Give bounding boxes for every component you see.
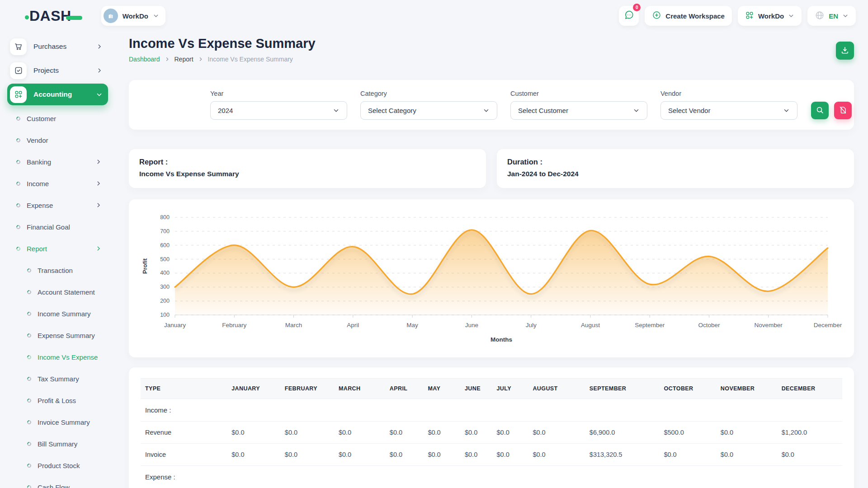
filter-card: Year 2024 Category Select Category Custo… — [129, 80, 854, 130]
svg-text:300: 300 — [160, 284, 170, 290]
table-col-may: MAY — [423, 379, 460, 399]
svg-text:August: August — [581, 322, 600, 328]
svg-text:January: January — [164, 322, 186, 328]
chevron-right-icon — [95, 202, 102, 208]
duration-info-value: Jan-2024 to Dec-2024 — [507, 170, 844, 178]
sidebar-item-projects[interactable]: Projects — [7, 60, 108, 81]
customer-select[interactable]: Select Customer — [510, 101, 647, 120]
sidebar-item-vendor[interactable]: Vendor — [7, 129, 108, 151]
category-label: Category — [360, 90, 497, 97]
cart-icon — [10, 38, 27, 55]
breadcrumb-dashboard[interactable]: Dashboard — [129, 56, 160, 63]
account-menu[interactable]: WorkDo — [738, 6, 802, 26]
sidebar-item-report[interactable]: Report — [7, 238, 108, 259]
table-section-row: Expense : — [141, 466, 842, 488]
bullet-icon — [26, 376, 32, 382]
svg-text:November: November — [755, 322, 783, 328]
app-logo[interactable]: DASH — [25, 8, 82, 24]
chevron-right-icon — [96, 43, 103, 50]
create-workspace-button[interactable]: Create Workspace — [645, 6, 732, 26]
table-section-row: Income : — [141, 399, 842, 422]
sidebar-item-profit-loss[interactable]: Profit & Loss — [7, 389, 108, 411]
sidebar-item-customer[interactable]: Customer — [7, 108, 108, 129]
svg-text:800: 800 — [160, 214, 170, 221]
logo-dot — [25, 15, 29, 19]
chevron-right-icon — [95, 159, 102, 165]
svg-text:100: 100 — [160, 312, 170, 318]
accounting-submenu: CustomerVendorBankingIncomeExpenseFinanc… — [7, 108, 108, 488]
sidebar-item-financial-goal[interactable]: Financial Goal — [7, 216, 108, 238]
download-button[interactable] — [836, 42, 854, 60]
workspace-selector[interactable]: WorkDo — [101, 6, 165, 26]
duration-info-title: Duration : — [507, 158, 844, 166]
bullet-icon — [26, 267, 32, 273]
report-info-value: Income Vs Expense Summary — [139, 170, 476, 178]
sidebar-item-bill-summary[interactable]: Bill Summary — [7, 433, 108, 455]
language-selector[interactable]: EN — [807, 6, 856, 26]
reset-filter-button[interactable] — [834, 102, 852, 119]
sidebar-item-banking[interactable]: Banking — [7, 151, 108, 173]
account-menu-label: WorkDo — [758, 12, 784, 20]
sidebar-item-expense[interactable]: Expense — [7, 194, 108, 216]
svg-text:500: 500 — [160, 256, 170, 263]
bullet-icon — [26, 311, 32, 317]
messages-button[interactable]: 0 — [619, 6, 639, 26]
sidebar-item-account-statement[interactable]: Account Statement — [7, 281, 108, 303]
workspace-avatar — [104, 9, 118, 23]
file-slash-icon — [839, 106, 847, 116]
sidebar-item-income-summary[interactable]: Income Summary — [7, 303, 108, 324]
table-col-september: SEPTEMBER — [585, 379, 660, 399]
sidebar-item-income-vs-expense[interactable]: Income Vs Expense — [7, 346, 108, 368]
search-icon — [816, 106, 824, 116]
download-icon — [840, 46, 849, 56]
bullet-icon — [26, 354, 32, 360]
sidebar-item-purchases[interactable]: Purchases — [7, 36, 108, 57]
table-col-march: MARCH — [334, 379, 385, 399]
table-col-july: JULY — [492, 379, 528, 399]
year-label: Year — [210, 90, 347, 97]
profit-chart: 100200300400500600700800JanuaryFebruaryM… — [140, 212, 843, 347]
bullet-icon — [15, 202, 21, 208]
chat-icon — [624, 10, 634, 22]
sidebar-item-expense-summary[interactable]: Expense Summary — [7, 324, 108, 346]
chevron-down-icon — [842, 13, 849, 19]
svg-text:October: October — [698, 322, 720, 328]
vendor-select[interactable]: Select Vendor — [660, 101, 797, 120]
bullet-icon — [15, 181, 21, 187]
chevron-down-icon — [788, 13, 794, 19]
page-title: Income Vs Expense Summary — [129, 36, 316, 51]
chevron-right-icon — [95, 245, 102, 252]
chevron-right-icon — [96, 67, 103, 74]
svg-text:February: February — [222, 322, 246, 328]
sidebar-item-invoice-summary[interactable]: Invoice Summary — [7, 411, 108, 433]
bullet-icon — [15, 137, 21, 143]
table-col-october: OCTOBER — [659, 379, 716, 399]
vendor-label: Vendor — [660, 90, 797, 97]
sidebar-item-tax-summary[interactable]: Tax Summary — [7, 368, 108, 389]
breadcrumb-report[interactable]: Report — [175, 56, 193, 63]
profit-chart-card: 100200300400500600700800JanuaryFebruaryM… — [129, 199, 854, 357]
bullet-icon — [26, 289, 32, 295]
plus-circle-icon — [652, 10, 661, 21]
svg-text:December: December — [814, 322, 842, 328]
svg-text:Months: Months — [491, 336, 512, 343]
svg-text:May: May — [406, 322, 418, 328]
sidebar-item-accounting[interactable]: Accounting — [7, 84, 108, 105]
svg-text:400: 400 — [160, 270, 170, 276]
chevron-down-icon — [96, 91, 103, 98]
sidebar-item-product-stock[interactable]: Product Stock — [7, 455, 108, 476]
sidebar-item-cash-flow[interactable]: Cash Flow — [7, 476, 108, 488]
bullet-icon — [26, 333, 32, 338]
bullet-icon — [26, 441, 32, 447]
year-select[interactable]: 2024 — [210, 101, 347, 120]
chevron-down-icon — [153, 13, 159, 19]
category-select[interactable]: Select Category — [360, 101, 497, 120]
apply-filter-button[interactable] — [811, 102, 829, 119]
table-col-november: NOVEMBER — [716, 379, 777, 399]
sidebar-item-transaction[interactable]: Transaction — [7, 259, 108, 281]
messages-count-badge: 0 — [633, 4, 641, 11]
bullet-icon — [26, 398, 32, 404]
sidebar-item-income[interactable]: Income — [7, 173, 108, 194]
checkbox-icon — [10, 62, 27, 79]
chevron-down-icon — [483, 107, 490, 114]
